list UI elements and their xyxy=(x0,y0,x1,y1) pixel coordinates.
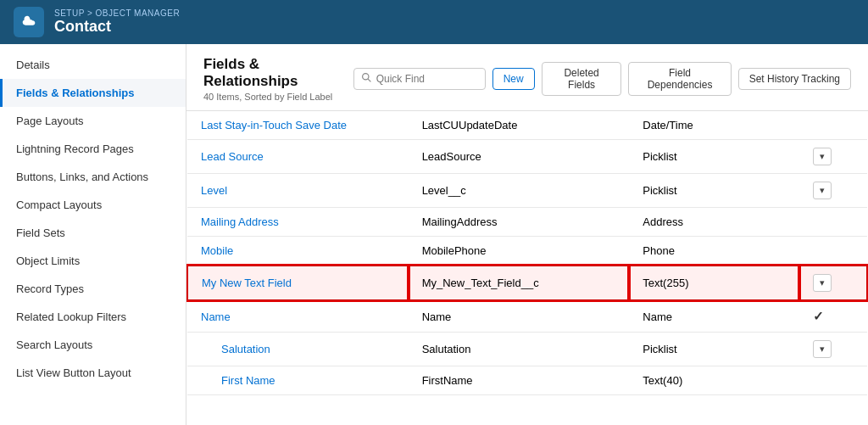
fields-actions: New Deleted Fields Field Dependencies Se… xyxy=(353,62,851,96)
field-api-name: FirstName xyxy=(409,366,630,395)
sidebar-item-list-view-button-layout[interactable]: List View Button Layout xyxy=(0,359,186,387)
field-dropdown-button[interactable]: ▾ xyxy=(813,340,832,358)
header-breadcrumb: SETUP > OBJECT MANAGER Contact xyxy=(54,8,180,36)
field-api-name: MailingAddress xyxy=(409,208,630,237)
field-type: Picklist xyxy=(629,333,799,366)
field-api-name: Name xyxy=(409,300,630,333)
sidebar-item-page-layouts[interactable]: Page Layouts xyxy=(0,107,186,135)
field-label-link[interactable]: Salutation xyxy=(221,343,270,355)
sidebar-item-details[interactable]: Details xyxy=(0,51,186,79)
table-row: MobileMobilePhonePhone xyxy=(187,237,867,266)
sidebar-item-buttons-links-actions[interactable]: Buttons, Links, and Actions xyxy=(0,163,186,191)
set-history-tracking-button[interactable]: Set History Tracking xyxy=(738,68,851,90)
field-action-cell: ▾ xyxy=(799,266,867,300)
field-type: Date/Time xyxy=(629,111,799,140)
field-label-link[interactable]: Level xyxy=(201,184,227,197)
field-action-cell: ▾ xyxy=(799,174,867,208)
field-label-link[interactable]: First Name xyxy=(221,374,275,387)
deleted-fields-button[interactable]: Deleted Fields xyxy=(542,62,622,96)
field-label-link[interactable]: Mailing Address xyxy=(201,215,279,228)
field-check-icon: ✓ xyxy=(813,309,824,323)
sidebar-item-object-limits[interactable]: Object Limits xyxy=(0,247,186,275)
table-row: NameNameName✓ xyxy=(187,300,867,333)
table-row: First NameFirstNameText(40) xyxy=(187,366,867,395)
field-action-cell: ▾ xyxy=(799,140,867,174)
sidebar-item-compact-layouts[interactable]: Compact Layouts xyxy=(0,191,186,219)
new-button[interactable]: New xyxy=(492,68,535,90)
field-type: Name xyxy=(629,300,799,333)
field-type: Text(255) xyxy=(629,266,799,300)
app-logo xyxy=(14,7,44,37)
field-label-link[interactable]: Name xyxy=(201,310,231,323)
field-dependencies-button[interactable]: Field Dependencies xyxy=(628,62,731,96)
search-icon xyxy=(361,72,372,86)
table-row: LevelLevel__cPicklist▾ xyxy=(187,174,867,208)
breadcrumb-trail: SETUP > OBJECT MANAGER xyxy=(54,8,180,18)
field-action-cell xyxy=(799,366,867,395)
field-dropdown-button[interactable]: ▾ xyxy=(813,148,832,165)
field-action-cell xyxy=(799,111,867,140)
sidebar-item-lightning-record-pages[interactable]: Lightning Record Pages xyxy=(0,135,186,163)
field-label-link[interactable]: My New Text Field xyxy=(202,277,292,289)
sidebar: DetailsFields & RelationshipsPage Layout… xyxy=(0,44,186,425)
page-body: DetailsFields & RelationshipsPage Layout… xyxy=(0,44,868,425)
field-dropdown-button[interactable]: ▾ xyxy=(813,274,832,292)
sidebar-item-field-sets[interactable]: Field Sets xyxy=(0,219,186,247)
field-action-cell: ✓ xyxy=(799,300,867,333)
field-action-cell: ▾ xyxy=(799,333,867,366)
search-box[interactable] xyxy=(353,68,486,90)
page-title: Contact xyxy=(54,18,180,36)
field-api-name: LastCUUpdateDate xyxy=(409,111,630,140)
fields-subtitle: 40 Items, Sorted by Field Label xyxy=(203,92,353,102)
field-type: Text(40) xyxy=(629,366,799,395)
field-type: Picklist xyxy=(629,140,799,174)
field-type: Picklist xyxy=(629,174,799,208)
main-content: Fields & Relationships 40 Items, Sorted … xyxy=(186,44,868,425)
field-action-cell xyxy=(799,237,867,266)
field-type: Address xyxy=(629,208,799,237)
field-label-link[interactable]: Last Stay-in-Touch Save Date xyxy=(201,119,347,131)
field-api-name: LeadSource xyxy=(409,140,630,174)
table-row: Last Stay-in-Touch Save DateLastCUUpdate… xyxy=(187,111,867,140)
sidebar-item-record-types[interactable]: Record Types xyxy=(0,275,186,303)
fields-header: Fields & Relationships 40 Items, Sorted … xyxy=(186,44,868,111)
field-action-cell xyxy=(799,208,867,237)
field-label-link[interactable]: Mobile xyxy=(201,244,233,257)
svg-line-1 xyxy=(368,79,370,81)
field-dropdown-button[interactable]: ▾ xyxy=(813,182,832,199)
salesforce-logo-icon xyxy=(19,13,38,31)
field-label-link[interactable]: Lead Source xyxy=(201,150,264,163)
field-type: Phone xyxy=(629,237,799,266)
sidebar-item-related-lookup-filters[interactable]: Related Lookup Filters xyxy=(0,303,186,331)
field-api-name: Salutation xyxy=(409,333,630,366)
table-row: Lead SourceLeadSourcePicklist▾ xyxy=(187,140,867,174)
fields-title-area: Fields & Relationships 40 Items, Sorted … xyxy=(203,56,353,102)
field-api-name: MobilePhone xyxy=(409,237,630,266)
fields-table: Last Stay-in-Touch Save DateLastCUUpdate… xyxy=(186,111,868,395)
sidebar-item-fields-relationships[interactable]: Fields & Relationships xyxy=(0,79,186,107)
table-row: My New Text FieldMy_New_Text_Field__cTex… xyxy=(187,266,867,300)
table-row: SalutationSalutationPicklist▾ xyxy=(187,333,867,366)
sidebar-item-search-layouts[interactable]: Search Layouts xyxy=(0,331,186,359)
fields-title: Fields & Relationships xyxy=(203,56,353,90)
field-api-name: Level__c xyxy=(409,174,630,208)
svg-point-0 xyxy=(362,74,368,80)
field-api-name: My_New_Text_Field__c xyxy=(409,266,630,300)
app-header: SETUP > OBJECT MANAGER Contact xyxy=(0,0,868,44)
search-input[interactable] xyxy=(376,73,478,85)
table-row: Mailing AddressMailingAddressAddress xyxy=(187,208,867,237)
